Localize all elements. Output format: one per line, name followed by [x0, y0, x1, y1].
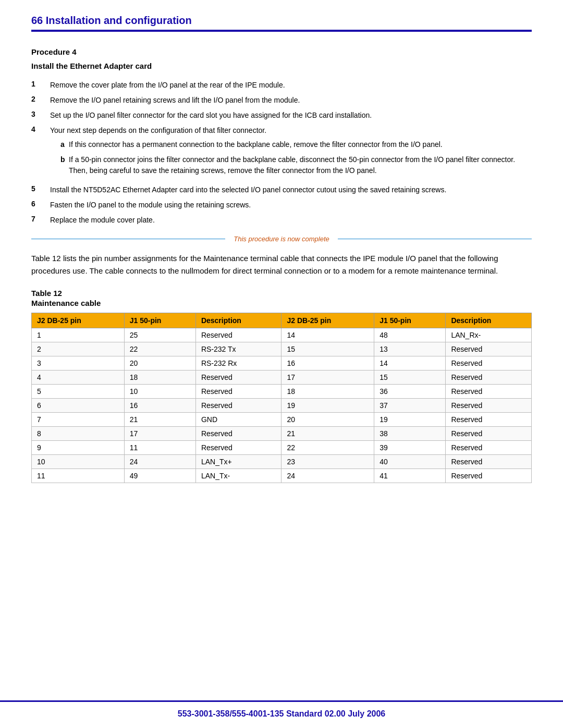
cell-10-4: 41 [374, 469, 446, 483]
step-3-text: Set up the I/O panel filter connector fo… [50, 110, 372, 121]
step-6: 6 Fasten the I/O panel to the module usi… [31, 200, 532, 211]
table-sublabel: Maintenance cable [31, 299, 532, 307]
cell-5-2: Reserved [195, 399, 282, 413]
cell-5-0: 6 [32, 399, 125, 413]
step-2-text: Remove the I/O panel retaining screws an… [50, 95, 300, 106]
cell-1-0: 2 [32, 342, 125, 356]
cell-2-3: 16 [282, 356, 374, 371]
cell-4-5: Reserved [446, 385, 532, 399]
page-header: 66 Installation and configuration [0, 0, 563, 32]
table-label: Table 12 [31, 289, 532, 298]
table-row: 510Reserved1836Reserved [32, 385, 532, 399]
page-footer: 553-3001-358/555-4001-135 Standard 02.00… [0, 700, 563, 728]
cell-7-0: 8 [32, 427, 125, 441]
table-row: 721GND2019Reserved [32, 413, 532, 427]
steps-list: 1 Remove the cover plate from the I/O pa… [31, 80, 532, 226]
cell-6-0: 7 [32, 413, 125, 427]
step-5-text: Install the NT5D52AC Ethernet Adapter ca… [50, 184, 446, 195]
content-area: Procedure 4 Install the Ethernet Adapter… [0, 32, 563, 700]
table-row: 817Reserved2138Reserved [32, 427, 532, 441]
cell-10-2: LAN_Tx- [195, 469, 282, 483]
table-header-row: J2 DB-25 pin J1 50-pin Description J2 DB… [32, 313, 532, 328]
col-header-j2-1: J2 DB-25 pin [32, 313, 125, 328]
substep-b-text: If a 50-pin connector joins the filter c… [69, 154, 532, 176]
cell-0-4: 48 [374, 328, 446, 342]
cell-4-1: 10 [124, 385, 195, 399]
procedure-title-line2: Install the Ethernet Adapter card [31, 61, 532, 70]
cell-2-5: Reserved [446, 356, 532, 371]
col-header-j1-1: J1 50-pin [124, 313, 195, 328]
cell-8-1: 11 [124, 441, 195, 455]
step-5-num: 5 [31, 184, 50, 193]
cell-4-4: 36 [374, 385, 446, 399]
cell-1-2: RS-232 Tx [195, 342, 282, 356]
cell-9-2: LAN_Tx+ [195, 455, 282, 469]
cell-6-4: 19 [374, 413, 446, 427]
step-7-text: Replace the module cover plate. [50, 215, 155, 226]
main-paragraph: Table 12 lists the pin number assignment… [31, 252, 532, 277]
cell-5-3: 19 [282, 399, 374, 413]
step-4-text: Your next step depends on the configurat… [50, 125, 532, 180]
complete-rule-left [31, 239, 225, 239]
cell-7-2: Reserved [195, 427, 282, 441]
cell-3-5: Reserved [446, 371, 532, 385]
cell-8-2: Reserved [195, 441, 282, 455]
complete-text: This procedure is now complete [225, 235, 338, 243]
cell-8-0: 9 [32, 441, 125, 455]
cell-9-3: 23 [282, 455, 374, 469]
cell-0-3: 14 [282, 328, 374, 342]
table-row: 1024LAN_Tx+2340Reserved [32, 455, 532, 469]
cell-9-4: 40 [374, 455, 446, 469]
sub-steps-list: a If this connector has a permanent conn… [50, 139, 532, 176]
cell-5-1: 16 [124, 399, 195, 413]
col-header-desc-2: Description [446, 313, 532, 328]
step-1-text: Remove the cover plate from the I/O pane… [50, 80, 285, 91]
cell-6-2: GND [195, 413, 282, 427]
complete-line: This procedure is now complete [31, 235, 532, 243]
cell-10-1: 49 [124, 469, 195, 483]
col-header-desc-1: Description [195, 313, 282, 328]
cell-4-2: Reserved [195, 385, 282, 399]
substep-a-letter: a [50, 139, 69, 150]
step-1-num: 1 [31, 80, 50, 88]
table-row: 125Reserved1448LAN_Rx- [32, 328, 532, 342]
cell-6-3: 20 [282, 413, 374, 427]
cell-1-1: 22 [124, 342, 195, 356]
cell-1-3: 15 [282, 342, 374, 356]
cell-0-0: 1 [32, 328, 125, 342]
table-row: 911Reserved2239Reserved [32, 441, 532, 455]
step-3-num: 3 [31, 110, 50, 118]
cell-2-4: 14 [374, 356, 446, 371]
table-row: 320RS-232 Rx1614Reserved [32, 356, 532, 371]
table-row: 616Reserved1937Reserved [32, 399, 532, 413]
cell-9-5: Reserved [446, 455, 532, 469]
cell-4-0: 5 [32, 385, 125, 399]
cell-7-4: 38 [374, 427, 446, 441]
cell-10-3: 24 [282, 469, 374, 483]
step-4: 4 Your next step depends on the configur… [31, 125, 532, 180]
cell-0-1: 25 [124, 328, 195, 342]
page-title: 66 Installation and configuration [31, 15, 532, 27]
cell-7-5: Reserved [446, 427, 532, 441]
cell-1-5: Reserved [446, 342, 532, 356]
step-1: 1 Remove the cover plate from the I/O pa… [31, 80, 532, 91]
cell-9-0: 10 [32, 455, 125, 469]
step-6-num: 6 [31, 200, 50, 208]
cell-7-3: 21 [282, 427, 374, 441]
maintenance-table: J2 DB-25 pin J1 50-pin Description J2 DB… [31, 313, 532, 483]
cell-3-3: 17 [282, 371, 374, 385]
cell-3-1: 18 [124, 371, 195, 385]
cell-1-4: 13 [374, 342, 446, 356]
step-7: 7 Replace the module cover plate. [31, 215, 532, 226]
step-4-num: 4 [31, 125, 50, 133]
complete-rule-right [338, 239, 532, 239]
col-header-j1-2: J1 50-pin [374, 313, 446, 328]
cell-10-0: 11 [32, 469, 125, 483]
cell-3-2: Reserved [195, 371, 282, 385]
cell-4-3: 18 [282, 385, 374, 399]
step-5: 5 Install the NT5D52AC Ethernet Adapter … [31, 184, 532, 195]
table-row: 1149LAN_Tx-2441Reserved [32, 469, 532, 483]
step-6-text: Fasten the I/O panel to the module using… [50, 200, 251, 211]
step-2-num: 2 [31, 95, 50, 103]
col-header-j2-2: J2 DB-25 pin [282, 313, 374, 328]
